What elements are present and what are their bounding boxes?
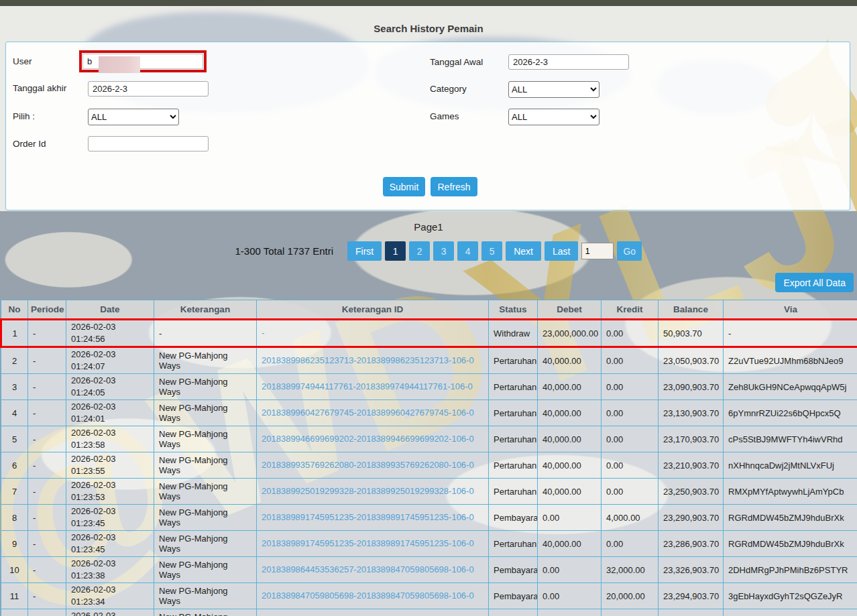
cell-date: 2026-02-0301:24:05 (66, 374, 154, 400)
keterangan-id-link[interactable]: 2018389935769262080-2018389935769262080-… (262, 459, 483, 471)
date-text: 2026-02-03 (71, 610, 149, 616)
cell-kredit: 32,000.00 (602, 557, 659, 583)
cell-balance (659, 609, 724, 616)
cell-kredit: 20,000.00 (602, 583, 659, 609)
cell-status: Pertaruhan (489, 452, 538, 479)
cell-status (489, 609, 538, 616)
column-header-keterangan-id: Keterangan ID (257, 300, 489, 320)
column-header-status: Status (489, 300, 538, 320)
cell-balance: 23,294,903.70 (659, 583, 724, 609)
category-select[interactable]: ALL (508, 81, 599, 98)
cell-balance: 23,090,903.70 (659, 374, 724, 400)
table-row: 11-2026-02-0301:23:34New PG-Mahjong Ways… (1, 583, 857, 609)
cell-kredit: 0.00 (602, 374, 659, 400)
cell-via: RGRdMDW45bZMJ9hduBrXk (724, 531, 857, 557)
cell-date: 2026-02-0301:23:58 (66, 426, 154, 452)
keterangan-id-link[interactable]: 2018389891745951235-2018389891745951235-… (262, 511, 483, 523)
cell-via: 2DHdMRgPJhPMihBz6PSTYR (724, 557, 857, 583)
cell-date: 2026-02-0301:23:34 (66, 583, 154, 609)
tanggal-akhir-input[interactable] (88, 81, 209, 97)
cell-debet: 40,000.00 (538, 531, 602, 557)
cell-debet: 40,000.00 (538, 479, 602, 505)
goto-page-input[interactable] (581, 243, 614, 259)
cell-keterangan: New PG-Mahjong Ways (154, 609, 257, 616)
cell-debet: 0.00 (538, 583, 602, 609)
cell-via: RGRdMDW45bZMJ9hduBrXk (724, 505, 857, 531)
cell-status: Pembayaran (489, 557, 538, 583)
order-id-input[interactable] (88, 136, 209, 151)
keterangan-id-link[interactable]: 2018389864453536257-2018389847059805698-… (262, 564, 483, 576)
cell-keterangan: - (154, 320, 257, 347)
cell-date: 2026-02-0301:24:56 (66, 320, 154, 347)
keterangan-id-link[interactable]: 2018389960427679745-2018389960427679745-… (262, 407, 483, 419)
cell-date: 2026-02-03 (66, 609, 154, 616)
keterangan-id-link[interactable]: 2018389986235123713-2018389986235123713-… (262, 355, 483, 367)
next-page-button[interactable]: Next (506, 241, 541, 261)
table-row: 6-2026-02-0301:23:55New PG-Mahjong Ways2… (1, 452, 857, 479)
page-button-1[interactable]: 1 (385, 241, 406, 261)
keterangan-id-link[interactable]: 2018389891745951235-2018389891745951235-… (262, 538, 483, 550)
cell-no: 5 (1, 426, 28, 452)
page-button-5[interactable]: 5 (481, 241, 502, 261)
keterangan-id-link[interactable]: 2018389925019299328-2018389925019299328-… (262, 485, 483, 497)
cell-date: 2026-02-0301:23:53 (66, 479, 154, 505)
time-text: 01:23:38 (71, 570, 149, 582)
keterangan-id-link[interactable]: 2018389974944117761-2018389974944117761-… (262, 381, 483, 393)
cell-status: Pertaruhan (489, 347, 538, 374)
cell-periode: - (28, 400, 66, 426)
cell-keterangan-id: 2018389891745951235-2018389891745951235-… (257, 505, 489, 531)
go-button[interactable]: Go (617, 241, 642, 261)
page-button-4[interactable]: 4 (457, 241, 478, 261)
cell-no: 2 (1, 347, 28, 374)
results-range-text: 1-300 Total 1737 Entri (0, 245, 333, 257)
column-header-kredit: Kredit (602, 300, 659, 320)
date-text: 2026-02-03 (71, 321, 149, 333)
page-button-3[interactable]: 3 (433, 241, 454, 261)
cell-keterangan: New PG-Mahjong Ways (154, 426, 257, 452)
table-header-row: NoPeriodeDateKeteranganKeterangan IDStat… (1, 300, 857, 320)
tanggal-awal-input[interactable] (508, 54, 629, 70)
cell-date: 2026-02-0301:23:45 (66, 505, 154, 531)
table-row: 122026-02-03New PG-Mahjong Ways201838984… (1, 609, 857, 616)
date-text: 2026-02-03 (71, 401, 149, 413)
keterangan-id-link[interactable]: - (262, 327, 483, 339)
table-body: 1-2026-02-0301:24:56--Withdraw23,000,000… (1, 320, 857, 616)
tanggal-awal-label: Tanggal Awal (430, 57, 483, 67)
history-table: NoPeriodeDateKeteranganKeterangan IDStat… (0, 300, 857, 616)
cell-keterangan-id: 2018389935769262080-2018389935769262080-… (257, 452, 489, 479)
last-page-button[interactable]: Last (545, 241, 578, 261)
cell-balance: 23,210,903.70 (659, 452, 724, 479)
column-header-balance: Balance (659, 300, 724, 320)
cell-keterangan-id: 2018389986235123713-2018389986235123713-… (257, 347, 489, 374)
search-form-panel: User Tanggal akhir Pilih : ALL Order Id … (5, 42, 850, 210)
cell-status: Pertaruhan (489, 479, 538, 505)
time-text: 01:23:58 (71, 439, 149, 451)
cell-keterangan: New PG-Mahjong Ways (154, 374, 257, 400)
export-all-data-button[interactable]: Export All Data (775, 273, 854, 292)
cell-balance: 23,326,903.70 (659, 557, 724, 583)
cell-keterangan-id: 2018389960427679745-2018389960427679745-… (257, 400, 489, 426)
first-page-button[interactable]: First (347, 241, 382, 261)
cell-periode: - (28, 531, 66, 557)
page-button-2[interactable]: 2 (409, 241, 430, 261)
time-text: 01:23:45 (71, 517, 149, 530)
page-number-buttons: 12345 (385, 241, 502, 261)
cell-keterangan: New PG-Mahjong Ways (154, 400, 257, 426)
cell-debet: 40,000.00 (538, 374, 602, 400)
user-input[interactable] (82, 54, 203, 69)
refresh-button[interactable]: Refresh (431, 177, 477, 196)
date-text: 2026-02-03 (71, 584, 149, 596)
cell-periode: - (28, 320, 66, 347)
cell-no: 7 (1, 479, 28, 505)
keterangan-id-link[interactable]: 2018389847059805698-2018389847059805698-… (262, 590, 483, 602)
cell-keterangan: New PG-Mahjong Ways (154, 531, 257, 557)
pilih-select[interactable]: ALL (88, 109, 179, 125)
keterangan-id-link[interactable]: 2018389946699699202-2018389946699699202-… (262, 433, 483, 445)
cell-via: 3gEbHayxdGyhT2sQGZeJyR (724, 583, 857, 609)
cell-keterangan: New PG-Mahjong Ways (154, 479, 257, 505)
submit-button[interactable]: Submit (383, 177, 425, 196)
games-select[interactable]: ALL (508, 109, 599, 125)
cell-status: Withdraw (489, 320, 538, 347)
table-row: 5-2026-02-0301:23:58New PG-Mahjong Ways2… (1, 426, 857, 452)
time-text: 01:24:07 (71, 361, 149, 373)
